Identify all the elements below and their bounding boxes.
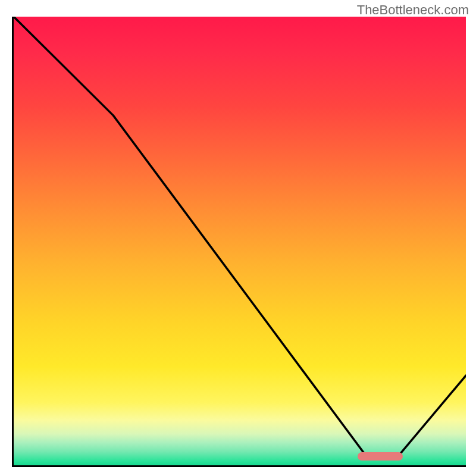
plot-area: [12, 17, 466, 467]
bottleneck-curve: [14, 17, 466, 465]
chart-container: TheBottleneck.com: [0, 0, 476, 476]
optimal-range-marker: [358, 452, 403, 461]
watermark-text: TheBottleneck.com: [357, 2, 469, 18]
